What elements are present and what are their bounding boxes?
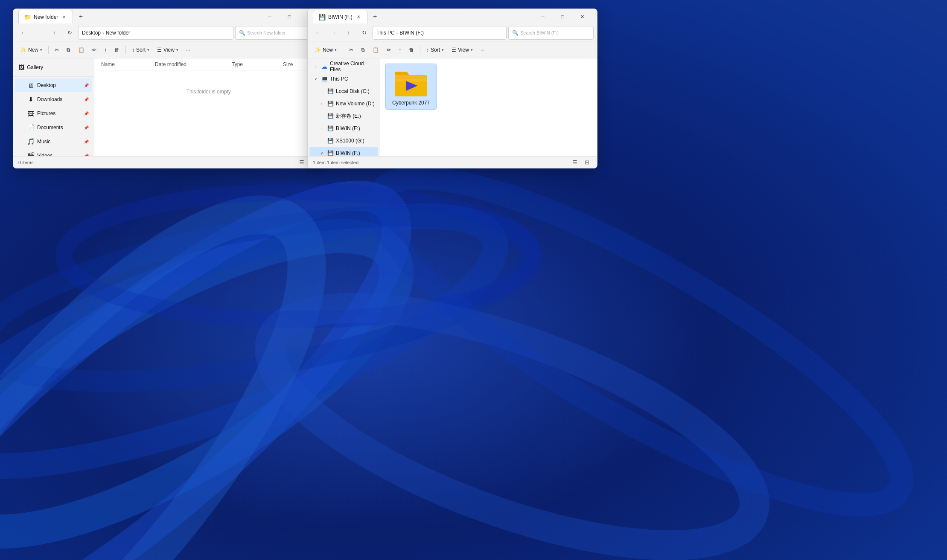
forward-button-2[interactable]: →: [326, 26, 340, 40]
more-button[interactable]: ···: [183, 43, 194, 57]
maximize-button[interactable]: □: [280, 9, 299, 24]
search-bar-2[interactable]: 🔍 Search BIWIN (F:): [508, 26, 594, 40]
delete-button-2[interactable]: 🗑: [405, 43, 417, 57]
tree-item-local-c[interactable]: › 💾 Local Disk (C:): [309, 85, 378, 97]
more-button-2[interactable]: ···: [477, 43, 488, 57]
new-caret: ▾: [40, 48, 42, 52]
pictures-label: Pictures: [37, 110, 55, 116]
copy-button[interactable]: ⧉: [63, 43, 74, 57]
view-toggles-2: ☰ ⊞: [570, 157, 592, 168]
xincun-e-icon: 💾: [326, 112, 334, 120]
delete-button[interactable]: 🗑: [111, 43, 123, 57]
tab-biwin-close[interactable]: ✕: [355, 14, 362, 20]
tree-item-biwin-f2[interactable]: ∨ 💾 BIWIN (F:): [309, 147, 378, 156]
expand-creative-cloud: ›: [313, 64, 319, 70]
cyberpunk-folder-label: Cyberpunk 2077: [392, 100, 430, 106]
search-placeholder: Search New folder: [247, 30, 286, 35]
sort-button[interactable]: ↕ Sort ▾: [128, 43, 153, 57]
new-button-2[interactable]: ✨ New ▾: [311, 43, 340, 57]
refresh-button-2[interactable]: ↻: [357, 26, 371, 40]
gallery-header[interactable]: 🖼 Gallery: [15, 61, 92, 74]
window-controls-2: ─ □ ✕: [533, 9, 592, 24]
rename-button[interactable]: ✏: [89, 43, 100, 57]
copy-button-2[interactable]: ⧉: [358, 43, 368, 57]
sort-icon: ↕: [132, 47, 134, 53]
biwin-f1-label: BIWIN (F:): [336, 125, 360, 131]
gallery-section: 🖼 Gallery: [13, 61, 94, 77]
view-button[interactable]: ☰ View ▾: [154, 43, 182, 57]
delete-icon: 🗑: [114, 47, 119, 53]
back-button-2[interactable]: ←: [311, 26, 325, 40]
sidebar-2: › ☁ Creative Cloud Files ∨ 💻 This PC › 💾…: [308, 58, 380, 156]
new-tab-button[interactable]: +: [75, 11, 87, 23]
detail-view-button-2[interactable]: ☰: [570, 157, 580, 168]
new-button-1[interactable]: ✨ New ▾: [17, 43, 46, 57]
share-button[interactable]: ↑: [101, 43, 110, 57]
address-bar-2[interactable]: This PC › BIWIN (F:): [373, 26, 507, 40]
tree-item-new-volume-d[interactable]: › 💾 New Volume (D:): [309, 98, 378, 110]
documents-icon: 📄: [27, 124, 35, 131]
tree-item-xs1000-g1[interactable]: 💾 XS1000 (G:): [309, 135, 378, 147]
xincun-e-label: 新存卷 (E:): [336, 113, 361, 120]
sidebar-item-downloads[interactable]: ⬇ Downloads 📌: [15, 93, 92, 106]
music-icon: 🎵: [27, 138, 35, 145]
refresh-button[interactable]: ↻: [63, 26, 76, 40]
address-part-desktop: Desktop: [82, 30, 101, 36]
back-button[interactable]: ←: [17, 26, 30, 40]
col-type-header[interactable]: Type: [232, 61, 283, 67]
detail-view-button[interactable]: ☰: [297, 157, 307, 168]
tab-biwin[interactable]: 💾 BIWIN (F:) ✕: [313, 10, 367, 23]
cut-icon-2: ✂: [349, 47, 353, 53]
sidebar-item-music[interactable]: 🎵 Music 📌: [15, 135, 92, 148]
cyberpunk-folder-item[interactable]: Cyberpunk 2077: [385, 64, 437, 110]
rename-button-2[interactable]: ✏: [383, 43, 394, 57]
tab-folder-icon: 📁: [24, 14, 31, 20]
paste-button[interactable]: 📋: [75, 43, 88, 57]
expand-local-c: ›: [319, 88, 325, 94]
up-button[interactable]: ↑: [47, 26, 61, 40]
view-button-2[interactable]: ☰ View ▾: [448, 43, 476, 57]
paste-button-2[interactable]: 📋: [369, 43, 382, 57]
tree-item-this-pc[interactable]: ∨ 💻 This PC: [309, 73, 378, 85]
sidebar-item-videos[interactable]: 🎬 Videos 📌: [15, 149, 92, 156]
large-view-button-2[interactable]: ⊞: [582, 157, 592, 168]
share-icon-2: ↑: [399, 47, 401, 53]
file-view-biwin: Cyberpunk 2077: [380, 58, 597, 156]
tab-close-button[interactable]: ✕: [61, 14, 67, 20]
expand-downloads: [18, 96, 24, 102]
sort-button-2[interactable]: ↕ Sort ▾: [423, 43, 447, 57]
col-name-header[interactable]: Name: [101, 61, 155, 67]
pin-icon-pictures: 📌: [84, 111, 89, 116]
cmd-separator-2: [125, 46, 126, 54]
address-bar-1[interactable]: Desktop › New folder: [78, 26, 233, 40]
expand-desktop: [18, 82, 24, 88]
sidebar-1: 🖼 Gallery 🖥 Desktop 📌 ⬇ Do: [13, 58, 94, 156]
col-date-header[interactable]: Date modified: [155, 61, 232, 67]
sidebar-item-documents[interactable]: 📄 Documents 📌: [15, 121, 92, 134]
sidebar-item-desktop[interactable]: 🖥 Desktop 📌: [15, 78, 92, 92]
cut-button-2[interactable]: ✂: [346, 43, 357, 57]
tree-item-xincun-e[interactable]: 💾 新存卷 (E:): [309, 110, 378, 122]
up-button-2[interactable]: ↑: [342, 26, 355, 40]
new-volume-d-label: New Volume (D:): [336, 101, 375, 107]
view-caret-2: ▾: [471, 48, 473, 52]
downloads-icon: ⬇: [27, 96, 35, 103]
window-biwin: 💾 BIWIN (F:) ✕ + ─ □ ✕ ← → ↑ ↻ This PC ›…: [307, 9, 597, 168]
new-tab-button-2[interactable]: +: [369, 11, 381, 23]
minimize-button[interactable]: ─: [260, 9, 280, 24]
tab-new-folder[interactable]: 📁 New folder ✕: [18, 10, 73, 23]
nav-toolbar-1: ← → ↑ ↻ Desktop › New folder 🔍 Search Ne…: [13, 24, 324, 41]
share-button-2[interactable]: ↑: [395, 43, 405, 57]
close-button-2[interactable]: ✕: [572, 9, 592, 24]
search-placeholder-2: Search BIWIN (F:): [520, 30, 559, 35]
maximize-button-2[interactable]: □: [553, 9, 572, 24]
videos-icon: 🎬: [27, 152, 35, 156]
forward-button[interactable]: →: [32, 26, 46, 40]
tree-item-biwin-f1[interactable]: › 💾 BIWIN (F:): [309, 122, 378, 134]
tree-item-creative-cloud[interactable]: › ☁ Creative Cloud Files: [309, 61, 378, 73]
sidebar-item-pictures[interactable]: 🖼 Pictures 📌: [15, 107, 92, 120]
rename-icon: ✏: [92, 47, 96, 53]
command-bar-2: ✨ New ▾ ✂ ⧉ 📋 ✏ ↑ 🗑: [308, 41, 597, 58]
minimize-button-2[interactable]: ─: [533, 9, 553, 24]
cut-button[interactable]: ✂: [51, 43, 62, 57]
